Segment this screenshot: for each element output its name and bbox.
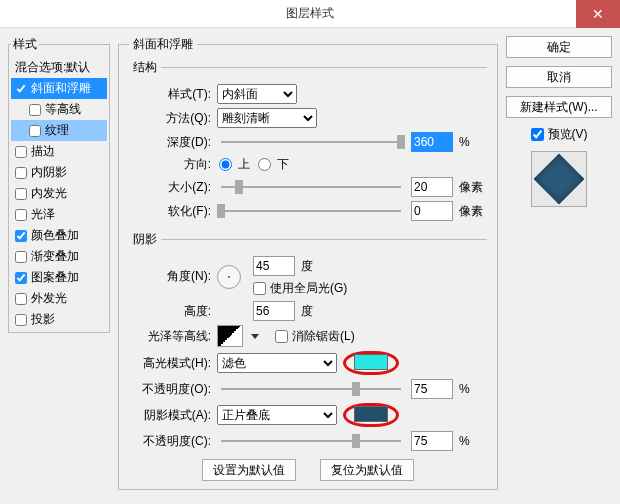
bevel-emboss[interactable]: 斜面和浮雕 xyxy=(11,78,107,99)
inner-shadow-checkbox[interactable] xyxy=(15,167,27,179)
shadow-color-ring xyxy=(343,403,399,427)
drop-shadow[interactable]: 投影 xyxy=(11,309,107,330)
pattern-overlay[interactable]: 图案叠加 xyxy=(11,267,107,288)
stroke[interactable]: 描边 xyxy=(11,141,107,162)
new-style-button[interactable]: 新建样式(W)... xyxy=(506,96,612,118)
global-light-checkbox[interactable] xyxy=(253,282,266,295)
angle-label: 角度(N): xyxy=(129,268,211,285)
blend-options[interactable]: 混合选项:默认 xyxy=(11,57,107,78)
bevel-label: 斜面和浮雕 xyxy=(31,80,91,97)
highlight-opacity-slider[interactable] xyxy=(221,388,401,390)
altitude-input[interactable] xyxy=(253,301,295,321)
inner-glow[interactable]: 内发光 xyxy=(11,183,107,204)
bevel-section: 斜面和浮雕 结构 样式(T): 内斜面 方法(Q): 雕刻清晰 深度(D): % xyxy=(118,36,498,490)
close-button[interactable]: ✕ xyxy=(576,0,620,28)
shadow-opacity-input[interactable] xyxy=(411,431,453,451)
soften-unit: 像素 xyxy=(459,203,487,220)
global-light[interactable]: 使用全局光(G) xyxy=(253,280,347,297)
highlight-opacity-input[interactable] xyxy=(411,379,453,399)
depth-input[interactable] xyxy=(411,132,453,152)
soften-slider[interactable] xyxy=(221,210,401,212)
outer-glow[interactable]: 外发光 xyxy=(11,288,107,309)
gloss-label: 光泽等高线: xyxy=(129,328,211,345)
down-label: 下 xyxy=(277,156,289,173)
preview-checkbox[interactable] xyxy=(531,128,544,141)
reset-default-button[interactable]: 复位为默认值 xyxy=(320,459,414,481)
contour-checkbox[interactable] xyxy=(29,104,41,116)
satin[interactable]: 光泽 xyxy=(11,204,107,225)
depth-slider[interactable] xyxy=(221,141,401,143)
shadow-mode-select[interactable]: 正片叠底 xyxy=(217,405,337,425)
up-radio[interactable] xyxy=(219,158,232,171)
color-overlay[interactable]: 颜色叠加 xyxy=(11,225,107,246)
global-light-label: 使用全局光(G) xyxy=(270,280,347,297)
down-radio[interactable] xyxy=(258,158,271,171)
bevel-checkbox[interactable] xyxy=(15,83,27,95)
highlight-mode-select[interactable]: 滤色 xyxy=(217,353,337,373)
pattern-overlay-checkbox[interactable] xyxy=(15,272,27,284)
satin-label: 光泽 xyxy=(31,206,55,223)
texture[interactable]: 纹理 xyxy=(11,120,107,141)
drop-shadow-checkbox[interactable] xyxy=(15,314,27,326)
size-input[interactable] xyxy=(411,177,453,197)
gradient-overlay[interactable]: 渐变叠加 xyxy=(11,246,107,267)
contour[interactable]: 等高线 xyxy=(11,99,107,120)
blend-options-label: 混合选项:默认 xyxy=(15,59,90,76)
highlight-color-ring xyxy=(343,351,399,375)
gradient-overlay-checkbox[interactable] xyxy=(15,251,27,263)
inner-glow-label: 内发光 xyxy=(31,185,67,202)
size-slider[interactable] xyxy=(221,186,401,188)
preview-thumbnail xyxy=(534,154,585,205)
highlight-opacity-unit: % xyxy=(459,382,487,396)
contour-label: 等高线 xyxy=(45,101,81,118)
outer-glow-label: 外发光 xyxy=(31,290,67,307)
shadow-opacity-label: 不透明度(C): xyxy=(129,433,211,450)
direction-up[interactable]: 上 xyxy=(217,156,250,173)
inner-shadow-label: 内阴影 xyxy=(31,164,67,181)
texture-checkbox[interactable] xyxy=(29,125,41,137)
inner-glow-checkbox[interactable] xyxy=(15,188,27,200)
satin-checkbox[interactable] xyxy=(15,209,27,221)
soften-label: 软化(F): xyxy=(129,203,211,220)
altitude-label: 高度: xyxy=(129,303,211,320)
size-label: 大小(Z): xyxy=(129,179,211,196)
shadow-color-swatch[interactable] xyxy=(354,406,388,422)
make-default-button[interactable]: 设置为默认值 xyxy=(202,459,296,481)
method-select[interactable]: 雕刻清晰 xyxy=(217,108,317,128)
style-label: 样式(T): xyxy=(129,86,211,103)
gloss-contour[interactable] xyxy=(217,325,243,347)
preview-box xyxy=(531,151,587,207)
angle-input[interactable] xyxy=(253,256,295,276)
style-select[interactable]: 内斜面 xyxy=(217,84,297,104)
preview-toggle[interactable]: 预览(V) xyxy=(531,126,588,143)
soften-input[interactable] xyxy=(411,201,453,221)
stroke-checkbox[interactable] xyxy=(15,146,27,158)
ok-button[interactable]: 确定 xyxy=(506,36,612,58)
inner-shadow[interactable]: 内阴影 xyxy=(11,162,107,183)
depth-label: 深度(D): xyxy=(129,134,211,151)
styles-legend: 样式 xyxy=(11,36,39,53)
highlight-color-swatch[interactable] xyxy=(354,354,388,370)
gloss-dropdown-icon[interactable] xyxy=(251,334,259,339)
antialias[interactable]: 消除锯齿(L) xyxy=(275,328,355,345)
angle-dial[interactable] xyxy=(217,265,241,289)
outer-glow-checkbox[interactable] xyxy=(15,293,27,305)
size-unit: 像素 xyxy=(459,179,487,196)
texture-label: 纹理 xyxy=(45,122,69,139)
shadow-mode-label: 阴影模式(A): xyxy=(129,407,211,424)
depth-unit: % xyxy=(459,135,487,149)
shadow-opacity-slider[interactable] xyxy=(221,440,401,442)
direction-label: 方向: xyxy=(129,156,211,173)
pattern-overlay-label: 图案叠加 xyxy=(31,269,79,286)
gradient-overlay-label: 渐变叠加 xyxy=(31,248,79,265)
angle-unit: 度 xyxy=(301,258,313,275)
direction-down[interactable]: 下 xyxy=(256,156,289,173)
method-label: 方法(Q): xyxy=(129,110,211,127)
highlight-mode-label: 高光模式(H): xyxy=(129,355,211,372)
preview-label: 预览(V) xyxy=(548,126,588,143)
cancel-button[interactable]: 取消 xyxy=(506,66,612,88)
antialias-checkbox[interactable] xyxy=(275,330,288,343)
color-overlay-checkbox[interactable] xyxy=(15,230,27,242)
drop-shadow-label: 投影 xyxy=(31,311,55,328)
stroke-label: 描边 xyxy=(31,143,55,160)
